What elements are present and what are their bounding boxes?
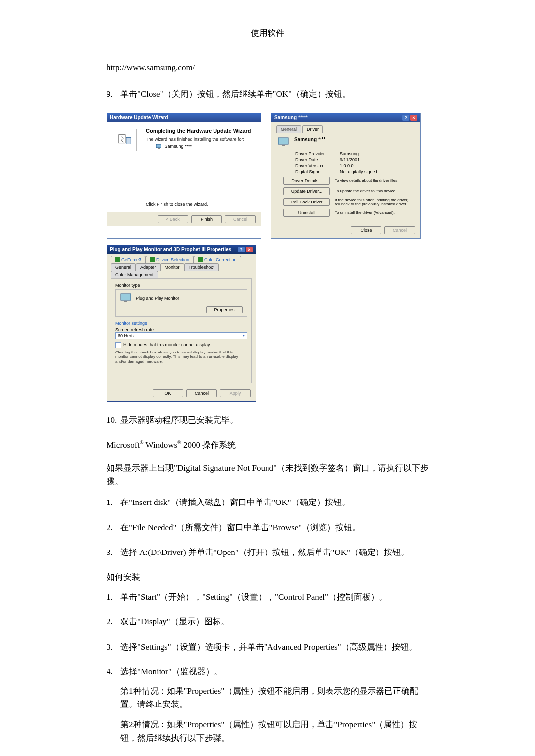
kv-val: Not digitally signed	[340, 169, 377, 174]
kv-key: Driver Version:	[295, 163, 340, 168]
svg-rect-1	[126, 137, 131, 144]
step-text: 单击"Close"（关闭）按钮，然后继续单击"OK"（确定）按钮。	[120, 88, 428, 101]
nvidia-icon	[198, 257, 203, 262]
wizard-item-label: Samsung ****	[165, 144, 192, 149]
page-header: 使用软件	[107, 27, 428, 39]
header-rule	[107, 43, 428, 43]
apply-button: Apply	[220, 389, 251, 397]
install-step-2: 2. 双击"Display"（显示）图标。	[107, 615, 428, 628]
action-desc: To view details about the driver files.	[335, 178, 414, 183]
os-mid: Windows	[144, 440, 177, 450]
svg-rect-2	[156, 144, 161, 148]
os-suffix: 2000 操作系统	[181, 440, 236, 450]
step-text: 选择"Monitor"（监视器）。	[120, 665, 428, 678]
update-driver-button[interactable]: Update Driver...	[283, 187, 330, 195]
tab-general[interactable]: General	[111, 263, 136, 271]
monitor-icon	[120, 293, 133, 303]
help-icon[interactable]: ?	[238, 247, 245, 252]
help-icon[interactable]: ?	[402, 115, 409, 121]
how-to-install-heading: 如何安装	[107, 571, 428, 583]
kv-val: 9/11/2001	[340, 157, 360, 162]
svg-rect-4	[278, 138, 288, 144]
dialog-title-text: Plug and Play Monitor and 3D Prophet III…	[110, 247, 231, 252]
properties-titlebar: Samsung ***** ? ×	[271, 113, 420, 122]
close-icon[interactable]: ×	[246, 247, 253, 252]
monitor-icon	[277, 137, 290, 148]
refresh-rate-label: Screen refresh rate:	[115, 327, 247, 332]
tab-device-selection[interactable]: Device Selection	[146, 256, 194, 263]
group-label-monitor-type: Monitor type	[115, 283, 247, 288]
step-num: 1.	[107, 591, 120, 604]
svg-rect-10	[124, 301, 127, 302]
step-num: 4.	[107, 665, 120, 678]
display-advanced-properties-dialog: Plug and Play Monitor and 3D Prophet III…	[107, 245, 256, 402]
refresh-rate-combo[interactable]: 60 Hertz ▾	[115, 332, 247, 339]
dsig-step-2: 2. 在"File Needed"（所需文件）窗口中单击"Browse"（浏览）…	[107, 521, 428, 534]
cancel-button[interactable]: Cancel	[186, 389, 217, 397]
step-num: 2.	[107, 615, 120, 628]
kv-val: Samsung	[340, 151, 359, 156]
svg-rect-9	[121, 294, 131, 300]
wizard-installed-item: Samsung ****	[156, 144, 256, 150]
svg-rect-5	[282, 145, 285, 146]
chevron-down-icon: ▾	[243, 333, 245, 338]
monitor-type-name: Plug and Play Monitor	[136, 296, 179, 301]
tab-color-correction[interactable]: Color Correction	[194, 256, 241, 263]
kv-key: Digital Signer:	[295, 169, 340, 174]
tab-geforce3[interactable]: GeForce3	[111, 256, 146, 263]
driver-properties-dialog: Samsung ***** ? × General Driver	[271, 113, 421, 239]
hide-modes-checkbox[interactable]	[115, 342, 121, 348]
cancel-button: Cancel	[384, 226, 415, 234]
combo-value: 60 Hertz	[118, 333, 135, 338]
finish-button[interactable]: Finish	[191, 215, 222, 223]
step-9: 9. 单击"Close"（关闭）按钮，然后继续单击"OK"（确定）按钮。	[107, 88, 428, 101]
svg-rect-7	[150, 257, 155, 262]
close-icon[interactable]: ×	[410, 115, 417, 121]
tab-label: GeForce3	[121, 257, 141, 262]
step-num: 2.	[107, 521, 120, 534]
svg-rect-8	[198, 257, 203, 262]
os-prefix: Microsoft	[107, 440, 140, 450]
close-button[interactable]: Close	[351, 226, 381, 234]
install-step-3: 3. 选择"Settings"（设置）选项卡，并单击"Advanced Prop…	[107, 641, 428, 654]
step-num: 3.	[107, 641, 120, 654]
kv-val: 1.0.0.0	[340, 163, 354, 168]
rollback-driver-button[interactable]: Roll Back Driver	[283, 198, 330, 206]
wizard-icon	[114, 129, 137, 151]
hide-modes-hint: Clearing this check box allows you to se…	[115, 350, 247, 364]
figure-group: Hardware Update Wizard Completing the Ha…	[107, 113, 428, 402]
tab-label: Color Correction	[204, 257, 237, 262]
action-desc: If the device fails after updating the d…	[335, 198, 414, 206]
tab-driver[interactable]: Driver	[302, 125, 323, 133]
uninstall-button[interactable]: Uninstall	[283, 209, 330, 217]
reference-url: http://www.samsung.com/	[107, 63, 428, 73]
tab-troubleshoot[interactable]: Troubleshoot	[184, 263, 219, 271]
step-text: 双击"Display"（显示）图标。	[120, 615, 428, 628]
wizard-subtext: The wizard has finished installing the s…	[146, 137, 256, 142]
tab-monitor[interactable]: Monitor	[160, 263, 184, 271]
properties-button[interactable]: Properties	[206, 306, 243, 313]
svg-rect-0	[119, 134, 125, 143]
tab-color-management[interactable]: Color Management	[111, 271, 158, 278]
install-step-4-case1: 第1种情况：如果"Properties"（属性）按钮不能启用，则表示您的显示器已…	[120, 684, 428, 711]
tab-label: Device Selection	[156, 257, 189, 262]
step-10: 10. 显示器驱动程序现已安装完毕。	[107, 414, 428, 427]
step-num: 9.	[107, 88, 120, 101]
tab-general[interactable]: General	[276, 125, 301, 133]
step-text: 单击"Start"（开始），"Setting"（设置），"Control Pan…	[120, 591, 428, 604]
digital-signature-para: 如果显示器上出现"Digital Signature Not Found"（未找…	[107, 461, 428, 488]
device-name: Samsung ****	[294, 137, 325, 142]
action-desc: To uninstall the driver (Advanced).	[335, 210, 414, 215]
group-label-monitor-settings: Monitor settings	[115, 321, 247, 326]
install-step-4: 4. 选择"Monitor"（监视器）。	[107, 665, 428, 678]
step-text: 选择 A:(D:\Driver) 并单击"Open"（打开）按钮，然后单击"OK…	[120, 546, 428, 559]
tab-adapter[interactable]: Adapter	[136, 263, 160, 271]
ok-button[interactable]: OK	[153, 389, 183, 397]
step-num: 3.	[107, 546, 120, 559]
driver-details-button[interactable]: Driver Details...	[283, 177, 330, 185]
back-button: < Back	[158, 215, 188, 223]
dsig-step-3: 3. 选择 A:(D:\Driver) 并单击"Open"（打开）按钮，然后单击…	[107, 546, 428, 559]
hide-modes-label: Hide modes that this monitor cannot disp…	[123, 342, 210, 347]
wizard-heading: Completing the Hardware Update Wizard	[146, 128, 256, 134]
nvidia-icon	[150, 257, 155, 262]
